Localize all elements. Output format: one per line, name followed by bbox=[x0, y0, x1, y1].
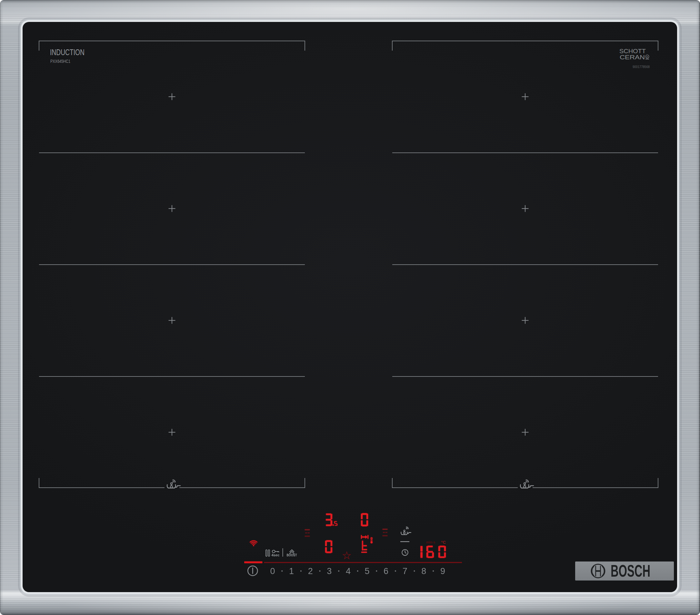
svg-text:2: 2 bbox=[308, 566, 313, 576]
svg-text:3: 3 bbox=[327, 566, 332, 576]
svg-text:4: 4 bbox=[346, 566, 351, 576]
svg-text:BOSCH: BOSCH bbox=[611, 562, 650, 580]
svg-text:CERAN: CERAN bbox=[620, 54, 645, 61]
svg-text:°C: °C bbox=[441, 540, 446, 545]
svg-text:SCHOTT: SCHOTT bbox=[620, 48, 646, 54]
svg-text:9: 9 bbox=[440, 566, 445, 576]
svg-text:min·s: min·s bbox=[426, 540, 436, 544]
svg-text:4sec: 4sec bbox=[272, 553, 280, 557]
svg-text:BOOST: BOOST bbox=[287, 553, 297, 557]
svg-text:INDUCTION: INDUCTION bbox=[50, 47, 85, 57]
svg-text:1: 1 bbox=[289, 566, 294, 576]
svg-text:0: 0 bbox=[270, 566, 275, 576]
svg-text:7: 7 bbox=[403, 566, 408, 576]
svg-text:6: 6 bbox=[384, 566, 388, 576]
svg-text:9001778568: 9001778568 bbox=[633, 65, 650, 69]
svg-text:8: 8 bbox=[421, 566, 426, 576]
svg-text:5: 5 bbox=[364, 566, 370, 576]
svg-text:R: R bbox=[647, 55, 648, 58]
svg-text:PXX645HC1: PXX645HC1 bbox=[50, 58, 70, 64]
